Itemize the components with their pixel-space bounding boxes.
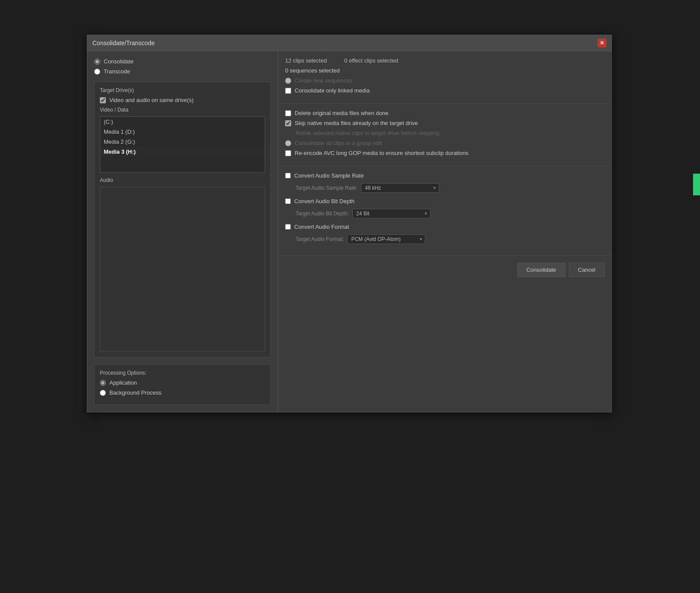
audio-options-section: Convert Audio Sample Rate Target Audio S… (278, 166, 611, 255)
dialog-footer: Consolidate Cancel (278, 255, 611, 284)
left-panel: Consolidate Transcode Target Drive(s) Vi… (87, 51, 278, 412)
sample-rate-select-wrapper: 48 kHz 44.1 kHz 96 kHz (361, 183, 439, 193)
target-format-row: Target Audio Format: PCM (Avid OP-Atom) … (296, 234, 605, 244)
consolidate-transcode-dialog: Consolidate/Transcode ✕ Consolidate Tran… (87, 35, 612, 412)
consolidate-radio[interactable] (94, 59, 100, 65)
audio-drive-list[interactable] (100, 187, 265, 352)
create-sequences-label: Create new sequences (295, 77, 352, 84)
relink-native-label: Relink selected native clips to target d… (296, 130, 439, 136)
reencode-avc-label: Re-encode AVC long GOP media to ensure s… (295, 150, 469, 156)
target-sample-rate-row: Target Audio Sample Rate: 48 kHz 44.1 kH… (296, 183, 605, 193)
bit-depth-select[interactable]: 24 Bit 16 Bit 32 Bit (352, 209, 431, 218)
delete-original-row: Delete original media files when done (285, 110, 605, 116)
background-radio[interactable] (100, 390, 106, 396)
drive-c[interactable]: (C:) (100, 117, 265, 127)
cancel-button[interactable]: Cancel (569, 263, 605, 277)
create-sequences-radio (285, 78, 291, 84)
drive-h[interactable]: Media 3 (H:) (100, 147, 265, 157)
drive-list[interactable]: (C:) Media 1 (D:) Media 2 (G:) Media 3 (… (100, 116, 265, 173)
format-select[interactable]: PCM (Avid OP-Atom) AAC MP3 (347, 234, 425, 244)
delete-original-label: Delete original media files when done (295, 110, 388, 116)
clips-info-section: 12 clips selected 0 effect clips selecte… (278, 51, 611, 104)
consolidate-group-row: Consolidate all clips in a group edit (285, 140, 605, 146)
convert-sample-rate-row: Convert Audio Sample Rate (285, 172, 605, 179)
convert-bit-depth-row: Convert Audio Bit Depth (285, 198, 605, 204)
processing-options-title: Processing Options: (100, 370, 265, 376)
convert-format-checkbox[interactable] (285, 224, 291, 230)
convert-format-row: Convert Audio Format (285, 224, 605, 230)
audio-section-label: Audio (100, 177, 265, 183)
skip-native-checkbox[interactable] (285, 120, 291, 126)
consolidate-linked-label: Consolidate only linked media (295, 87, 370, 94)
sequences-selected-text: 0 sequences selected (285, 67, 605, 74)
delete-original-checkbox[interactable] (285, 110, 291, 116)
processing-options-section: Processing Options: Application Backgrou… (94, 364, 271, 405)
application-label: Application (109, 379, 137, 386)
bit-depth-select-wrapper: 24 Bit 16 Bit 32 Bit (352, 209, 431, 218)
target-format-label: Target Audio Format: (296, 236, 344, 242)
consolidate-linked-checkbox[interactable] (285, 88, 291, 94)
application-radio-item: Application (100, 379, 265, 386)
media-options-section: Delete original media files when done Sk… (278, 104, 611, 166)
convert-format-label: Convert Audio Format (294, 224, 349, 230)
green-accent-bar (693, 174, 700, 195)
target-drives-title: Target Drive(s) (100, 87, 265, 93)
target-drives-section: Target Drive(s) Video and audio on same … (94, 82, 271, 357)
format-select-wrapper: PCM (Avid OP-Atom) AAC MP3 (347, 234, 425, 244)
convert-sample-rate-label: Convert Audio Sample Rate (294, 172, 364, 179)
relink-native-row: Relink selected native clips to target d… (296, 130, 605, 136)
drive-g[interactable]: Media 2 (G:) (100, 137, 265, 147)
consolidate-label: Consolidate (104, 58, 134, 65)
right-panel: 12 clips selected 0 effect clips selecte… (278, 51, 611, 412)
dialog-title: Consolidate/Transcode (92, 40, 154, 46)
convert-bit-depth-label: Convert Audio Bit Depth (294, 198, 355, 204)
application-radio[interactable] (100, 380, 106, 386)
background-radio-item: Background Process (100, 389, 265, 396)
reencode-avc-row: Re-encode AVC long GOP media to ensure s… (285, 150, 605, 156)
transcode-radio[interactable] (94, 69, 100, 75)
transcode-label: Transcode (104, 68, 130, 75)
background-label: Background Process (109, 389, 161, 396)
clips-info: 12 clips selected 0 effect clips selecte… (285, 57, 605, 64)
target-bit-depth-label: Target Audio Bit Depth: (296, 211, 349, 217)
dialog-titlebar: Consolidate/Transcode ✕ (87, 35, 611, 51)
video-data-label: Video / Data (100, 107, 265, 113)
consolidate-linked-row: Consolidate only linked media (285, 87, 605, 94)
skip-native-row: Skip native media files already on the t… (285, 120, 605, 126)
sample-rate-select[interactable]: 48 kHz 44.1 kHz 96 kHz (361, 183, 439, 193)
skip-native-label: Skip native media files already on the t… (295, 120, 418, 126)
consolidate-group-label: Consolidate all clips in a group edit (295, 140, 382, 146)
video-audio-same-label: Video and audio on same drive(s) (109, 97, 194, 103)
consolidate-radio-item: Consolidate (94, 58, 271, 65)
transcode-radio-item: Transcode (94, 68, 271, 75)
convert-sample-rate-checkbox[interactable] (285, 173, 291, 178)
consolidate-button[interactable]: Consolidate (517, 263, 565, 277)
reencode-avc-checkbox[interactable] (285, 150, 291, 156)
consolidate-group-radio (285, 140, 291, 146)
dialog-body: Consolidate Transcode Target Drive(s) Vi… (87, 51, 611, 412)
mode-radio-group: Consolidate Transcode (94, 58, 271, 75)
close-button[interactable]: ✕ (598, 39, 606, 47)
create-new-sequences-row: Create new sequences (285, 77, 605, 84)
drive-d[interactable]: Media 1 (D:) (100, 127, 265, 137)
target-bit-depth-row: Target Audio Bit Depth: 24 Bit 16 Bit 32… (296, 209, 605, 218)
clips-selected-text: 12 clips selected (285, 57, 327, 64)
video-audio-same-item: Video and audio on same drive(s) (100, 97, 265, 103)
effect-clips-text: 0 effect clips selected (344, 57, 398, 64)
target-sample-rate-label: Target Audio Sample Rate: (296, 185, 358, 191)
convert-bit-depth-checkbox[interactable] (285, 198, 291, 204)
video-audio-same-checkbox[interactable] (100, 97, 106, 103)
